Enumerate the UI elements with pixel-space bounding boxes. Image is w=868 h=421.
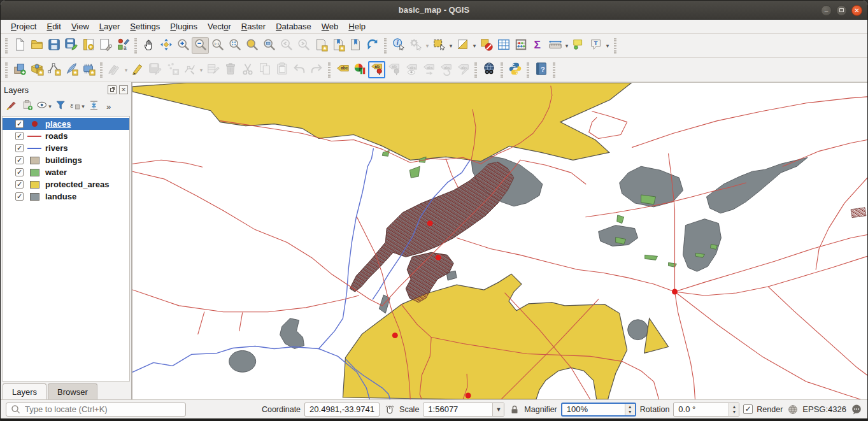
menu-database[interactable]: Database [271, 20, 317, 32]
layer-item-roads[interactable]: ✓roads [3, 130, 129, 142]
identify-features-button[interactable]: i [390, 37, 407, 54]
layer-item-buildings[interactable]: ✓buildings [3, 154, 129, 166]
toolbar-handle[interactable] [5, 62, 8, 78]
measure-line-dropdown[interactable]: ▾ [564, 43, 570, 49]
show-bookmark-manager-button[interactable] [346, 37, 364, 54]
new-spatialite-layer-button[interactable] [62, 61, 80, 78]
expand-collapse-all-button[interactable] [86, 99, 101, 114]
statistical-summary-button[interactable]: Σ [529, 37, 546, 54]
locator-input[interactable] [25, 404, 181, 414]
toolbar-handle[interactable] [553, 62, 555, 78]
menu-raster[interactable]: Raster [236, 20, 271, 32]
select-features-dropdown[interactable]: ▾ [448, 43, 454, 49]
layer-checkbox-places[interactable]: ✓ [15, 120, 24, 128]
new-shapefile-layer-button[interactable] [45, 61, 62, 78]
layer-item-places[interactable]: ✓places [3, 118, 129, 130]
messages-icon[interactable] [850, 403, 862, 415]
new-project-button[interactable] [11, 37, 28, 54]
titlebar[interactable]: basic_map - QGIS – ✕ [1, 1, 867, 20]
panel-toolbar-overflow[interactable]: » [106, 102, 111, 111]
filter-by-expression-button[interactable]: ε▾ [69, 99, 85, 114]
pin-labels-button[interactable]: ab [368, 61, 385, 78]
toolbar-handle[interactable] [527, 62, 529, 78]
layer-item-landuse[interactable]: ✓landuse [3, 190, 129, 203]
help-contents-button[interactable]: ? [532, 61, 550, 78]
zoom-native-button[interactable]: 1:1 [209, 37, 226, 54]
magnifier-spinbox[interactable]: 100% ▲▼ [561, 403, 636, 417]
open-project-button[interactable] [28, 37, 45, 54]
toolbar-handle[interactable] [474, 62, 477, 78]
text-annotation-button[interactable]: T [587, 37, 604, 54]
minimize-button[interactable]: – [821, 5, 832, 16]
toolbar-handle[interactable] [328, 62, 331, 78]
pan-to-selection-button[interactable] [157, 37, 174, 54]
panel-close-button[interactable]: ✕ [119, 85, 128, 94]
filter-legend-button[interactable] [53, 99, 68, 114]
layer-item-protected_areas[interactable]: ✓protected_areas [3, 178, 129, 190]
layer-diagram-options-button[interactable] [351, 61, 368, 78]
layer-checkbox-water[interactable]: ✓ [15, 168, 24, 176]
menu-project[interactable]: Project [6, 20, 41, 32]
crs-status[interactable]: EPSG:4326 [802, 404, 846, 414]
zoom-to-selection-button[interactable] [243, 37, 260, 54]
add-group-button[interactable] [20, 99, 35, 114]
toolbar-handle[interactable] [100, 62, 103, 78]
menu-help[interactable]: Help [343, 20, 371, 32]
menu-view[interactable]: View [66, 20, 94, 32]
layer-item-rivers[interactable]: ✓rivers [3, 142, 129, 154]
magnifier-spin-arrows[interactable]: ▲▼ [625, 404, 635, 415]
map-canvas[interactable] [132, 82, 867, 399]
menu-layer[interactable]: Layer [94, 20, 125, 32]
locator-box[interactable] [6, 403, 186, 417]
refresh-map-button[interactable] [364, 37, 381, 54]
select-by-expression-dropdown[interactable]: ▾ [471, 43, 478, 49]
open-layer-styling-button[interactable] [3, 99, 18, 114]
select-features-button[interactable] [430, 37, 448, 54]
text-annotation-dropdown[interactable]: ▾ [604, 43, 611, 49]
python-console-button[interactable] [506, 61, 523, 78]
scale-dropdown-button[interactable]: ▼ [492, 403, 504, 416]
zoom-out-button[interactable] [192, 37, 209, 54]
style-manager-button[interactable]: a [114, 37, 131, 54]
zoom-full-button[interactable] [226, 37, 243, 54]
layer-checkbox-buildings[interactable]: ✓ [15, 156, 24, 164]
layer-labeling-options-button[interactable]: abc [334, 61, 351, 78]
zoom-in-button[interactable] [174, 37, 192, 54]
toolbar-handle[interactable] [384, 38, 387, 54]
render-checkbox[interactable]: ✓ [743, 404, 753, 414]
crs-globe-icon[interactable] [786, 403, 799, 415]
panel-tab-layers[interactable]: Layers [3, 383, 46, 399]
lock-icon[interactable] [508, 403, 520, 415]
map-tips-button[interactable] [570, 37, 587, 54]
toolbar-handle[interactable] [5, 38, 8, 54]
mouse-position-icon[interactable] [383, 403, 395, 415]
select-by-expression-button[interactable] [454, 37, 471, 54]
maximize-button[interactable] [836, 5, 847, 16]
layer-checkbox-protected_areas[interactable]: ✓ [15, 180, 24, 189]
new-print-layout-button[interactable] [80, 37, 97, 54]
toolbar-handle[interactable] [501, 62, 503, 78]
field-calculator-button[interactable] [512, 37, 529, 54]
new-geopackage-layer-button[interactable] [28, 61, 45, 78]
toggle-editing-button[interactable] [129, 61, 146, 78]
menu-vector[interactable]: Vector [203, 20, 236, 32]
metasearch-button[interactable] [480, 61, 497, 78]
deselect-features-button[interactable] [478, 37, 495, 54]
layer-checkbox-roads[interactable]: ✓ [15, 132, 24, 140]
layer-checkbox-rivers[interactable]: ✓ [15, 144, 24, 152]
menu-web[interactable]: Web [317, 20, 344, 32]
scale-combo[interactable]: 1:56077 ▼ [423, 403, 504, 417]
show-spatial-bookmarks-button[interactable] [329, 37, 346, 54]
menu-settings[interactable]: Settings [125, 20, 165, 32]
panel-float-button[interactable] [108, 85, 117, 94]
toolbar-handle[interactable] [134, 38, 137, 54]
menu-edit[interactable]: Edit [41, 20, 66, 32]
pan-map-button[interactable] [140, 37, 157, 54]
zoom-to-layer-button[interactable] [260, 37, 278, 54]
manage-map-themes-button[interactable]: ▾ [36, 99, 52, 114]
layer-checkbox-landuse[interactable]: ✓ [15, 192, 24, 201]
new-spatial-bookmark-button[interactable] [312, 37, 329, 54]
measure-line-button[interactable] [546, 37, 564, 54]
toolbar-handle[interactable] [614, 38, 616, 54]
data-source-manager-button[interactable] [11, 61, 28, 78]
